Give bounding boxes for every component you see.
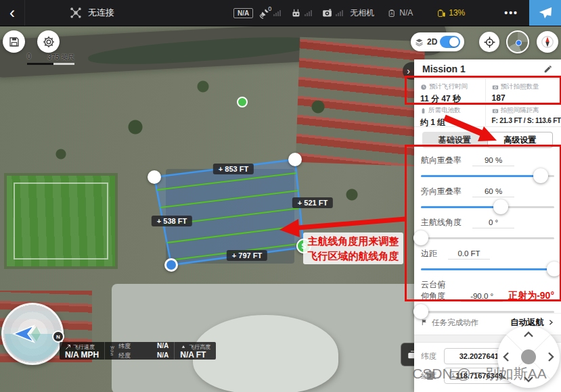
stat-photo-count: 预计拍照数量 187 xyxy=(485,79,561,103)
slider-value-field[interactable]: 90 % xyxy=(472,156,514,166)
view-2d-toggle-switch[interactable] xyxy=(440,36,460,48)
crosshair-icon xyxy=(483,36,496,49)
tab-advanced-settings[interactable]: 高级设置 xyxy=(487,132,554,148)
aircraft-battery-status: A N/A xyxy=(388,8,413,18)
minimap-thumbnail[interactable] xyxy=(506,30,529,53)
chevron-right-icon: › xyxy=(407,66,410,76)
slider-track[interactable] xyxy=(421,175,554,177)
rc-signal-bars xyxy=(305,10,312,16)
locate-me-button[interactable] xyxy=(479,32,499,52)
dpad-down-icon[interactable] xyxy=(523,376,534,383)
polygon-vertex-handle[interactable] xyxy=(288,153,302,166)
dpad-up-icon[interactable] xyxy=(523,331,534,338)
chevron-left-icon: ‹ xyxy=(9,3,15,22)
stat-batteries-needed: 所需电池数 约 1 组 xyxy=(414,103,485,126)
rc-battery-status: 13% xyxy=(437,8,465,18)
rc-battery-icon xyxy=(437,8,446,18)
layers-icon xyxy=(414,37,424,47)
aircraft-heading-arrow-icon xyxy=(11,324,45,344)
svg-text:A: A xyxy=(390,11,393,16)
telemetry-speed: 飞行速度 N/A MPH xyxy=(60,342,105,360)
dpad-right-icon[interactable] xyxy=(547,351,554,362)
save-icon xyxy=(8,36,20,48)
nudge-dpad xyxy=(497,326,560,388)
stat-flight-time: 预计飞行时间 11 分 47 秒 xyxy=(414,79,485,103)
dpad-left-icon[interactable] xyxy=(503,351,510,362)
mission-panel: › Mission 1 预计飞行时间 11 分 47 秒 xyxy=(414,59,561,392)
advanced-settings-sliders: 航向重叠率90 % 旁向重叠率60 % 主航线角度0 ° 边距0.0 FT 云台… xyxy=(414,152,561,310)
datum-label: WGS xyxy=(110,346,116,356)
slider-value-field[interactable]: -90.0 ° xyxy=(461,292,503,302)
polygon-vertex-handle-selected[interactable] xyxy=(164,258,178,272)
view-toggle-label: 2D xyxy=(427,37,437,47)
telemetry-altitude: 飞行高度 N/A FT xyxy=(175,342,216,360)
edit-pencil-icon[interactable] xyxy=(543,64,553,74)
flight-mode-badge: N/A xyxy=(233,8,253,18)
app-window: S + 853 FT + 521 FT + 538 FT + 797 FT 主航… xyxy=(0,0,561,392)
chevron-right-icon xyxy=(547,318,554,326)
camera-status: 无相机 xyxy=(350,7,374,19)
settings-button[interactable] xyxy=(37,30,60,53)
compass-north-badge: N xyxy=(52,330,64,343)
slider-handle[interactable] xyxy=(547,262,561,276)
drone-icon xyxy=(69,6,83,20)
edge-length-label-left: + 538 FT xyxy=(152,216,192,226)
telemetry-bar: 飞行速度 N/A MPH WGS 纬度N/A 经度N/A 飞行高度 N/A FT xyxy=(60,342,216,360)
slider-forward-overlap: 航向重叠率90 % xyxy=(421,155,554,186)
image-icon[interactable] xyxy=(448,370,461,381)
mission-title: Mission 1 xyxy=(422,64,543,74)
connection-status: 无连接 xyxy=(88,7,114,19)
clock-icon xyxy=(420,84,427,91)
slider-margin: 边距0.0 FT xyxy=(421,248,554,279)
edge-length-label-top: + 853 FT xyxy=(213,164,254,174)
flag-icon xyxy=(421,318,428,326)
map-view-toggle[interactable]: 2D xyxy=(411,32,464,51)
back-button[interactable]: ‹ xyxy=(0,0,25,26)
top-status-bar: ‹ 无连接 N/A 0 xyxy=(0,0,561,26)
gps-signal-bars xyxy=(273,10,281,16)
gear-icon xyxy=(42,35,55,49)
remote-controller-icon xyxy=(290,7,302,19)
camera-icon xyxy=(492,84,499,91)
slider-main-route-angle: 主航线角度0 ° xyxy=(421,217,554,248)
more-menu-button[interactable]: ••• xyxy=(504,7,518,18)
slider-track[interactable] xyxy=(421,206,554,208)
slider-side-overlap: 旁向重叠率60 % xyxy=(421,186,554,217)
slider-value-field[interactable]: 0.0 FT xyxy=(448,249,490,260)
gps-satellite-count: 0 xyxy=(268,5,271,12)
slider-handle[interactable] xyxy=(493,199,508,214)
slider-handle[interactable] xyxy=(533,168,548,183)
polygon-vertex-handle[interactable] xyxy=(148,170,161,184)
slider-value-field[interactable]: 0 ° xyxy=(472,218,514,228)
slider-handle[interactable] xyxy=(413,304,428,319)
altitude-icon xyxy=(180,344,187,350)
camera-icon xyxy=(492,107,499,114)
save-mission-button[interactable] xyxy=(3,30,25,53)
map-scale-bar: 0375 英尺 xyxy=(27,53,74,65)
slider-value-field[interactable]: 60 % xyxy=(472,187,514,197)
stat-photo-interval: 拍照间隔距离 F: 21.3 FT / S: 113.6 FT xyxy=(485,103,561,126)
camera-icon xyxy=(321,7,333,19)
telemetry-gps: WGS 纬度N/A 经度N/A xyxy=(105,342,175,360)
slider-track[interactable] xyxy=(421,237,554,239)
slider-track[interactable] xyxy=(421,311,554,313)
camera-signal-bars xyxy=(336,10,343,16)
speed-arrow-icon xyxy=(65,344,71,350)
dpad-center-button[interactable] xyxy=(521,349,536,364)
compass-needle-icon xyxy=(540,34,555,49)
airplane-icon xyxy=(538,5,553,20)
slider-handle[interactable] xyxy=(413,230,428,245)
slider-track[interactable] xyxy=(421,268,554,270)
compass-reset-button[interactable] xyxy=(537,31,558,53)
takeoff-button[interactable] xyxy=(529,0,561,26)
minimap-position-dot xyxy=(516,40,522,46)
mission-stats-grid: 预计飞行时间 11 分 47 秒 预计拍照数量 187 所需 xyxy=(414,79,561,127)
mission-title-bar: Mission 1 xyxy=(414,59,561,79)
battery-icon xyxy=(420,107,426,114)
aircraft-battery-icon: A xyxy=(388,8,397,18)
edge-length-label-right: + 521 FT xyxy=(292,197,333,208)
trash-icon[interactable] xyxy=(424,368,436,383)
tab-basic-settings[interactable]: 基础设置 xyxy=(422,132,487,148)
settings-tabs: 基础设置 高级设置 xyxy=(422,132,553,148)
map-compass-widget[interactable]: N xyxy=(1,303,64,365)
